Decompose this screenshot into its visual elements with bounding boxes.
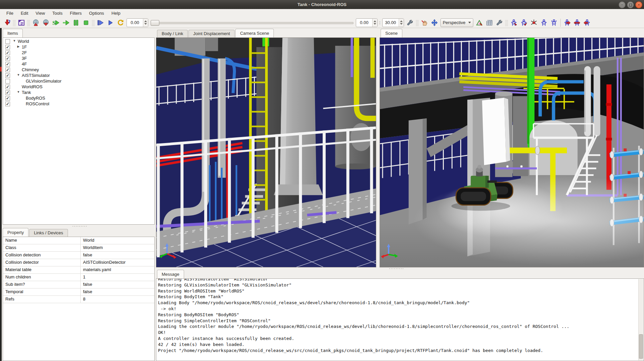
seek-start-icon[interactable]: [95, 18, 105, 27]
camera-selector[interactable]: Perspective: [440, 18, 473, 27]
time-range-spinbox-arrows[interactable]: [399, 19, 404, 27]
tree-item-world[interactable]: ▼World: [3, 39, 154, 44]
menu-file[interactable]: File: [3, 10, 17, 17]
tree-checkbox[interactable]: ✓: [5, 85, 10, 89]
message-scrollbar[interactable]: [638, 279, 643, 360]
tree-checkbox[interactable]: ✓: [5, 73, 10, 78]
timestep-spinbox-arrows[interactable]: [143, 19, 148, 27]
tree-item-roscontrol[interactable]: ✓ROSControl: [3, 101, 154, 107]
play-animation-icon[interactable]: [105, 18, 115, 27]
time-slider-groove[interactable]: [151, 22, 353, 24]
property-value[interactable]: AISTCollisionDetector: [81, 259, 154, 266]
tree-checkbox[interactable]: ✓: [5, 90, 10, 95]
wireframe-icon[interactable]: [484, 18, 494, 27]
tree-item-label[interactable]: 4F: [22, 62, 27, 67]
property-value[interactable]: false: [81, 252, 154, 259]
tree-item-chimney[interactable]: ✓Chimney: [3, 67, 154, 73]
tree-item-label[interactable]: World: [18, 39, 29, 44]
tree-item-worldros[interactable]: ✓WorldROS: [3, 84, 154, 90]
splitter-handle[interactable]: [72, 225, 87, 227]
tree-item-1f[interactable]: ✓▶1F: [3, 44, 154, 50]
toolbar-separator[interactable]: [505, 19, 508, 26]
property-value[interactable]: WorldItem: [81, 244, 154, 251]
menu-view[interactable]: View: [32, 10, 49, 17]
property-value[interactable]: materials.yaml: [81, 266, 154, 273]
current-time-spinbox[interactable]: 0.00: [356, 18, 378, 27]
robot-arrows-both-icon[interactable]: [572, 18, 582, 27]
property-value[interactable]: false: [81, 288, 154, 295]
robot-flag-icon-1[interactable]: [509, 18, 519, 27]
property-value[interactable]: World: [81, 237, 154, 244]
tree-checkbox[interactable]: ✓: [5, 45, 10, 49]
tab-joint-displacement[interactable]: Joint Displacement: [188, 30, 235, 37]
menu-tools[interactable]: Tools: [49, 10, 66, 17]
robot-arrow-left-icon[interactable]: [582, 18, 592, 27]
message-window-icon[interactable]: [16, 18, 26, 27]
collapse-arrow-icon[interactable]: ▼: [12, 39, 16, 42]
left-splitter[interactable]: [2, 225, 155, 227]
tab-property[interactable]: Property: [3, 228, 28, 237]
edit-mode-icon[interactable]: [419, 18, 429, 27]
time-range-spinbox[interactable]: 30.00: [382, 18, 404, 27]
toolbar-separator[interactable]: [92, 19, 94, 26]
camera-scene-viewport[interactable]: [156, 37, 376, 267]
tab-links-devices[interactable]: Links / Devices: [29, 229, 68, 237]
time-range-spinbox-value[interactable]: 30.00: [383, 20, 399, 25]
splitter-handle[interactable]: [389, 268, 403, 269]
timestep-spinbox[interactable]: 0.00: [127, 18, 148, 27]
save-project-icon[interactable]: [2, 18, 12, 27]
robot-flag-icon-2[interactable]: [519, 18, 529, 27]
tree-item-4f[interactable]: ✓4F: [3, 62, 154, 67]
tree-item-label[interactable]: 2F: [22, 50, 27, 55]
sync-time-icon[interactable]: [115, 18, 126, 27]
scrollbar-thumb[interactable]: [639, 334, 643, 358]
translate-view-icon[interactable]: [429, 18, 439, 27]
toolbar-separator[interactable]: [13, 19, 15, 26]
timebar-config-icon[interactable]: [405, 18, 415, 27]
close-button[interactable]: ×: [635, 1, 642, 8]
tree-item-label[interactable]: 1F: [22, 44, 27, 49]
item-tree[interactable]: ▼World✓▶1F✓2F✓3F✓4F✓Chimney✓▼AISTSimulat…: [3, 37, 155, 225]
timestep-spinbox-value[interactable]: 0.00: [127, 20, 143, 25]
tree-checkbox[interactable]: ✓: [5, 62, 10, 67]
store-world-state-icon[interactable]: [31, 18, 41, 27]
robot-arrow-right-icon[interactable]: [562, 18, 572, 27]
titlebar[interactable]: Tank - Choreonoid-ROS − ×: [0, 0, 644, 9]
time-slider-handle[interactable]: [151, 20, 159, 26]
tab-items[interactable]: Items: [3, 29, 23, 37]
tree-checkbox[interactable]: ✓: [5, 102, 10, 106]
expand-arrow-icon[interactable]: ▶: [16, 45, 20, 48]
tab-message[interactable]: Message: [157, 270, 184, 278]
resume-simulation-icon[interactable]: [61, 18, 71, 27]
property-value[interactable]: false: [81, 281, 154, 288]
start-simulation-icon[interactable]: S: [51, 18, 61, 27]
stop-simulation-icon[interactable]: [81, 18, 91, 27]
pause-simulation-icon[interactable]: [71, 18, 81, 27]
tree-item-label[interactable]: ROSControl: [26, 101, 49, 106]
toolbar-separator[interactable]: [416, 19, 418, 26]
property-value[interactable]: 8: [81, 296, 154, 303]
tree-item-3f[interactable]: ✓3F: [3, 56, 154, 62]
tree-checkbox[interactable]: ✓: [5, 96, 10, 101]
tree-item-label[interactable]: AISTSimulator: [22, 73, 50, 78]
menu-help[interactable]: Help: [108, 10, 124, 17]
restore-world-state-icon[interactable]: [41, 18, 51, 27]
tree-checkbox[interactable]: ✓: [5, 50, 10, 55]
tree-item-label[interactable]: Tank: [22, 90, 31, 95]
tab-body-link[interactable]: Body / Link: [157, 30, 188, 37]
scene-viewport[interactable]: [380, 37, 644, 267]
scene-config-icon[interactable]: [494, 18, 504, 27]
tab-camera-scene[interactable]: Camera Scene: [235, 29, 274, 37]
current-time-spinbox-value[interactable]: 0.00: [356, 20, 372, 25]
robot-outline-icon-1[interactable]: [539, 18, 549, 27]
menu-edit[interactable]: Edit: [17, 10, 32, 17]
tree-item-aistsimulator[interactable]: ✓▼AISTSimulator: [3, 73, 154, 79]
tree-item-label[interactable]: 3F: [22, 56, 27, 61]
tree-item-glvisionsimulator[interactable]: GLVisionSimulator: [3, 79, 154, 84]
tree-item-label[interactable]: BodyROS: [26, 96, 45, 101]
tree-item-label[interactable]: GLVisionSimulator: [26, 79, 61, 84]
tree-item-label[interactable]: WorldROS: [22, 84, 43, 89]
menu-filters[interactable]: Filters: [66, 10, 85, 17]
property-value[interactable]: 1: [81, 274, 154, 281]
message-splitter[interactable]: [156, 267, 644, 270]
